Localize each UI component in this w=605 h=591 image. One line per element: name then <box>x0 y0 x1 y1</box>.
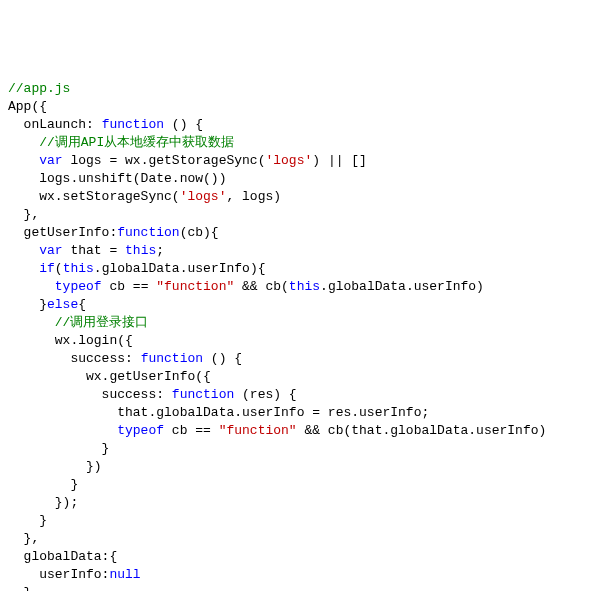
code-line: }) <box>8 458 597 476</box>
code-token-keyword: if <box>39 261 55 276</box>
code-token-identifier: getUserInfo: <box>8 225 117 240</box>
code-token-keyword: var <box>39 153 62 168</box>
code-line: typeof cb == "function" && cb(this.globa… <box>8 278 597 296</box>
code-token-string: "function" <box>219 423 297 438</box>
code-token-identifier: } <box>8 513 47 528</box>
code-token-identifier: logs = wx.getStorageSync( <box>63 153 266 168</box>
code-line: if(this.globalData.userInfo){ <box>8 260 597 278</box>
code-line: } <box>8 476 597 494</box>
code-line: logs.unshift(Date.now()) <box>8 170 597 188</box>
code-token-identifier: .globalData.userInfo) <box>320 279 484 294</box>
code-line: globalData:{ <box>8 548 597 566</box>
code-token-identifier: ( <box>55 261 63 276</box>
code-token-identifier: () { <box>203 351 242 366</box>
code-line: App({ <box>8 98 597 116</box>
code-line: //调用登录接口 <box>8 314 597 332</box>
code-token-identifier: logs.unshift(Date.now()) <box>8 171 226 186</box>
code-token-identifier: wx.setStorageSync( <box>8 189 180 204</box>
code-token-comment: //调用登录接口 <box>55 315 149 330</box>
code-line: } <box>8 584 597 591</box>
code-line: var logs = wx.getStorageSync('logs') || … <box>8 152 597 170</box>
code-token-identifier: success: <box>8 387 172 402</box>
code-line: success: function (res) { <box>8 386 597 404</box>
code-token-identifier: } <box>8 477 78 492</box>
code-token-identifier: && cb(that.globalData.userInfo) <box>297 423 547 438</box>
code-token-identifier: } <box>8 297 47 312</box>
code-token-string: "function" <box>156 279 234 294</box>
code-token-keyword: typeof <box>117 423 164 438</box>
code-token-keyword: function <box>102 117 164 132</box>
code-line: }, <box>8 530 597 548</box>
code-token-string: 'logs' <box>180 189 227 204</box>
code-line: getUserInfo:function(cb){ <box>8 224 597 242</box>
code-line: typeof cb == "function" && cb(that.globa… <box>8 422 597 440</box>
code-block: //app.jsApp({ onLaunch: function () { //… <box>8 80 597 591</box>
code-token-identifier: globalData:{ <box>8 549 117 564</box>
code-line: wx.getUserInfo({ <box>8 368 597 386</box>
code-token-identifier: userInfo: <box>8 567 109 582</box>
code-token-keyword: var <box>39 243 62 258</box>
code-line: onLaunch: function () { <box>8 116 597 134</box>
code-token-identifier: (res) { <box>234 387 296 402</box>
code-token-comment: //调用API从本地缓存中获取数据 <box>39 135 234 150</box>
code-token-identifier: }, <box>8 531 39 546</box>
code-token-keyword: typeof <box>55 279 102 294</box>
code-line: } <box>8 440 597 458</box>
code-token-identifier: cb == <box>164 423 219 438</box>
code-token-identifier: wx.getUserInfo({ <box>8 369 211 384</box>
code-line: }, <box>8 206 597 224</box>
code-token-identifier <box>8 153 39 168</box>
code-token-identifier <box>8 315 55 330</box>
code-token-identifier: , logs) <box>226 189 281 204</box>
code-token-keyword: else <box>47 297 78 312</box>
code-line: that.globalData.userInfo = res.userInfo; <box>8 404 597 422</box>
code-token-identifier: cb == <box>102 279 157 294</box>
code-line: userInfo:null <box>8 566 597 584</box>
code-token-identifier: success: <box>8 351 141 366</box>
code-token-identifier: } <box>8 585 31 591</box>
code-line: success: function () { <box>8 350 597 368</box>
code-line: wx.setStorageSync('logs', logs) <box>8 188 597 206</box>
code-token-literal: null <box>109 567 140 582</box>
code-token-keyword: this <box>63 261 94 276</box>
code-token-identifier: }, <box>8 207 39 222</box>
code-token-identifier: ; <box>156 243 164 258</box>
code-token-keyword: function <box>117 225 179 240</box>
code-line: }else{ <box>8 296 597 314</box>
code-token-identifier: () { <box>164 117 203 132</box>
code-token-identifier <box>8 423 117 438</box>
code-token-comment: //app.js <box>8 81 70 96</box>
code-token-keyword: function <box>172 387 234 402</box>
code-line: var that = this; <box>8 242 597 260</box>
code-line: //app.js <box>8 80 597 98</box>
code-token-identifier: that = <box>63 243 125 258</box>
code-line: wx.login({ <box>8 332 597 350</box>
code-token-identifier <box>8 261 39 276</box>
code-token-identifier: { <box>78 297 86 312</box>
code-token-string: 'logs' <box>265 153 312 168</box>
code-token-keyword: this <box>289 279 320 294</box>
code-token-keyword: function <box>141 351 203 366</box>
code-token-identifier: ) || [] <box>312 153 367 168</box>
code-token-identifier <box>8 135 39 150</box>
code-token-identifier: (cb){ <box>180 225 219 240</box>
code-token-identifier: }); <box>8 495 78 510</box>
code-token-identifier: onLaunch: <box>8 117 102 132</box>
code-token-identifier: }) <box>8 459 102 474</box>
code-token-identifier <box>8 243 39 258</box>
code-token-identifier: && cb( <box>234 279 289 294</box>
code-line: }); <box>8 494 597 512</box>
code-token-identifier <box>8 279 55 294</box>
code-token-keyword: this <box>125 243 156 258</box>
code-line: } <box>8 512 597 530</box>
code-line: //调用API从本地缓存中获取数据 <box>8 134 597 152</box>
code-token-identifier: wx.login({ <box>8 333 133 348</box>
code-token-identifier: .globalData.userInfo){ <box>94 261 266 276</box>
code-token-identifier: App({ <box>8 99 47 114</box>
code-token-identifier: that.globalData.userInfo = res.userInfo; <box>8 405 429 420</box>
code-token-identifier: } <box>8 441 109 456</box>
